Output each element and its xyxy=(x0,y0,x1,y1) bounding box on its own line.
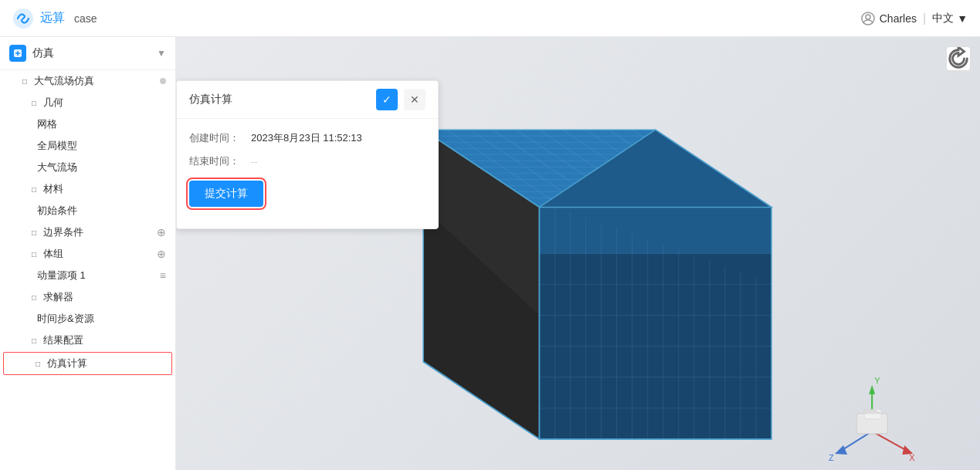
momentum-menu-icon[interactable]: ≡ xyxy=(160,269,166,282)
refresh-button[interactable] xyxy=(946,46,971,71)
expand-icon: □ xyxy=(28,183,40,195)
expand-icon: □ xyxy=(19,75,31,87)
user-info: Charles xyxy=(861,12,917,25)
lang-chevron-icon: ▼ xyxy=(957,12,968,25)
header: 远算 case Charles | 中文 ▼ xyxy=(0,0,980,37)
z-axis-label: Z xyxy=(829,453,834,462)
created-time-label: 创建时间： xyxy=(189,131,251,145)
tree-item-global-model[interactable]: 全局模型 xyxy=(0,135,175,157)
tree-item-boundary[interactable]: □ 边界条件 ⊕ xyxy=(0,221,175,243)
tree-item-atm-field[interactable]: 大气流场 xyxy=(0,157,175,178)
svg-point-2 xyxy=(866,15,870,19)
tree-item-init-cond[interactable]: 初始条件 xyxy=(0,200,175,221)
simulation-panel: 仿真计算 ✓ ✕ 创建时间： 2023年8月23日 11:52:13 结束时间：… xyxy=(176,80,439,229)
tree-item-mesh[interactable]: 网格 xyxy=(0,113,175,135)
end-time-label: 结束时间： xyxy=(189,154,251,168)
expand-icon: □ xyxy=(28,96,40,109)
tree-item-atm-sim[interactable]: □ 大气流场仿真 xyxy=(0,70,175,92)
z-axis xyxy=(841,431,872,451)
tree-item-result-config[interactable]: □ 结果配置 xyxy=(0,330,175,351)
y-axis-label: Y xyxy=(874,376,880,385)
tree-item-solver[interactable]: □ 求解器 xyxy=(0,286,175,308)
main-layout: 仿真 ▼ □ 大气流场仿真 □ 几何 网格 全局模型 大气流场 □ 材料 初始条… xyxy=(0,37,980,470)
add-body-group-icon[interactable]: ⊕ xyxy=(157,248,166,260)
x-axis xyxy=(872,431,907,451)
expand-icon: □ xyxy=(28,226,40,238)
user-icon xyxy=(861,12,875,25)
sidebar-title: 仿真 xyxy=(32,46,54,60)
tree-item-geo[interactable]: □ 几何 xyxy=(0,92,175,113)
svg-marker-49 xyxy=(869,385,875,394)
tree-item-sim-calc[interactable]: □ 仿真计算 xyxy=(3,352,172,375)
sidebar: 仿真 ▼ □ 大气流场仿真 □ 几何 网格 全局模型 大气流场 □ 材料 初始条… xyxy=(0,37,176,470)
case-label: case xyxy=(74,12,97,25)
logo-icon xyxy=(12,8,34,29)
panel-close-button[interactable]: ✕ xyxy=(404,89,426,110)
x-axis-label: X xyxy=(909,453,915,462)
expand-icon: □ xyxy=(28,334,40,347)
add-boundary-icon[interactable]: ⊕ xyxy=(157,226,166,238)
panel-confirm-button[interactable]: ✓ xyxy=(376,89,398,110)
svg-marker-50 xyxy=(835,445,847,455)
refresh-icon xyxy=(947,47,970,70)
content-area: Y Z X xyxy=(176,37,980,470)
created-time-row: 创建时间： 2023年8月23日 11:52:13 xyxy=(189,131,426,145)
expand-icon: □ xyxy=(28,291,40,303)
sidebar-header: 仿真 ▼ xyxy=(0,37,175,70)
expand-icon: □ xyxy=(32,357,44,370)
panel-body: 创建时间： 2023年8月23日 11:52:13 结束时间： -- 提交计算 xyxy=(177,119,438,228)
submit-button[interactable]: 提交计算 xyxy=(189,181,263,207)
tree-item-body-group[interactable]: □ 体组 ⊕ xyxy=(0,243,175,265)
language-selector[interactable]: 中文 ▼ xyxy=(932,12,968,25)
status-dot xyxy=(160,78,166,84)
simulation-icon xyxy=(9,45,26,62)
sidebar-collapse-icon[interactable]: ▼ xyxy=(157,48,166,59)
tree-item-momentum-src[interactable]: 动量源项 1 ≡ xyxy=(0,265,175,286)
expand-icon: □ xyxy=(28,248,40,260)
header-divider: | xyxy=(923,12,926,25)
panel-title: 仿真计算 xyxy=(189,93,232,107)
submit-row: 提交计算 xyxy=(189,178,426,207)
end-time-row: 结束时间： -- xyxy=(189,154,426,168)
tree-item-material[interactable]: □ 材料 xyxy=(0,178,175,200)
header-right: Charles | 中文 ▼ xyxy=(861,12,968,25)
tree-item-time-resource[interactable]: 时间步&资源 xyxy=(0,308,175,330)
end-time-value: -- xyxy=(251,156,258,167)
panel-actions: ✓ ✕ xyxy=(376,89,426,110)
logo-text: 远算 xyxy=(40,10,65,26)
logo: 远算 xyxy=(12,8,65,29)
sidebar-header-left: 仿真 xyxy=(9,45,54,62)
panel-header: 仿真计算 ✓ ✕ xyxy=(177,81,438,119)
user-name: Charles xyxy=(880,12,917,25)
created-time-value: 2023年8月23日 11:52:13 xyxy=(251,131,362,145)
